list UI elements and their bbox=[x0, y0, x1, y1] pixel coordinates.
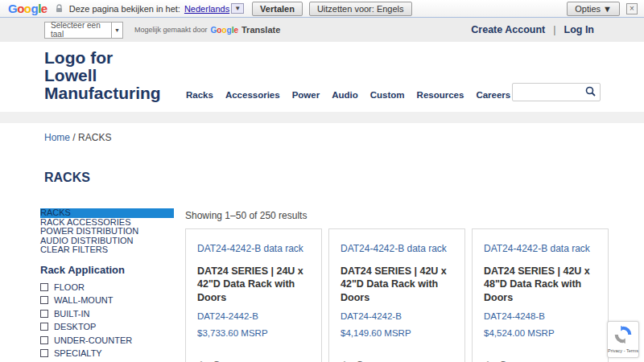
search-button[interactable] bbox=[580, 86, 600, 99]
product-link[interactable]: DAT24-4242-B data rack bbox=[341, 243, 453, 254]
powered-by-text: Mogelijk gemaakt door bbox=[134, 26, 208, 34]
sidebar-item-clear-filters[interactable]: CLEAR FILTERS bbox=[40, 245, 174, 255]
translate-prompt: Deze pagina bekijken in het: bbox=[69, 4, 180, 14]
translate-product-label: Translate bbox=[242, 25, 280, 35]
language-account-bar: Selecteer een taal ▼ Mogelijk gemaakt do… bbox=[0, 18, 644, 42]
search-input[interactable] bbox=[513, 84, 580, 101]
main-nav: Racks Accessories Power Audio Custom Res… bbox=[186, 90, 547, 100]
product-model-link[interactable]: DAT24-4242-B bbox=[341, 311, 453, 321]
account-divider: | bbox=[553, 24, 555, 35]
translate-button[interactable]: Vertalen bbox=[252, 2, 303, 16]
recaptcha-badge[interactable]: Privacy - Terms bbox=[607, 321, 639, 358]
log-in-link[interactable]: Log In bbox=[564, 24, 595, 35]
chevron-down-icon: ▼ bbox=[111, 23, 122, 38]
plus-icon: + bbox=[197, 357, 205, 362]
account-links: Create Account | Log In bbox=[471, 24, 594, 35]
powered-by: Mogelijk gemaakt door Google Translate bbox=[134, 25, 280, 35]
product-name: DAT24 SERIES | 24U x 42"D Data Rack with… bbox=[197, 265, 310, 304]
sidebar: RACKS RACK ACCESSORIES POWER DISTRIBUTIO… bbox=[40, 208, 174, 362]
filter-option-built-in[interactable]: BUILT-IN bbox=[40, 309, 174, 319]
product-card: DAT24-4242-B data rack DAT24 SERIES | 42… bbox=[328, 228, 465, 362]
language-dropdown-arrow[interactable]: ▼ bbox=[231, 3, 244, 14]
product-card: DAT24-4242-B data rack DAT24 SERIES | 42… bbox=[472, 228, 609, 362]
product-link[interactable]: DAT24-4242-B data rack bbox=[484, 243, 597, 254]
breadcrumb-current: RACKS bbox=[78, 132, 111, 143]
nav-item-custom[interactable]: Custom bbox=[370, 90, 405, 100]
sidebar-item-racks[interactable]: RACKS bbox=[40, 208, 174, 218]
filter-option-specialty[interactable]: SPECIALTY bbox=[40, 348, 174, 358]
product-name: DAT24 SERIES | 42U x 42"D Data Rack with… bbox=[341, 265, 453, 304]
filter-option-wall-mount[interactable]: WALL-MOUNT bbox=[40, 295, 174, 305]
options-button[interactable]: Opties ▼ bbox=[567, 2, 620, 16]
recaptcha-privacy-terms[interactable]: Privacy - Terms bbox=[608, 348, 638, 353]
compare-label: Compare bbox=[213, 359, 255, 362]
product-name: DAT24 SERIES | 42U x 48"D Data Rack with… bbox=[484, 265, 597, 304]
header-divider-band bbox=[0, 112, 644, 123]
search-icon bbox=[585, 86, 596, 99]
product-price: $4,149.60 MSRP bbox=[341, 328, 453, 338]
nav-item-accessories[interactable]: Accessories bbox=[225, 90, 280, 100]
breadcrumb: Home / RACKS bbox=[44, 132, 111, 143]
product-model-link[interactable]: DAT24-2442-B bbox=[197, 311, 310, 321]
checkbox-desktop[interactable] bbox=[40, 323, 48, 331]
compare-label: Compare bbox=[499, 359, 542, 362]
google-logo: Google bbox=[8, 2, 47, 15]
logo-line-3: Manufacturing bbox=[44, 84, 161, 102]
compare-button[interactable]: + Compare bbox=[341, 357, 453, 362]
search-box bbox=[512, 83, 601, 101]
close-icon[interactable]: × bbox=[626, 3, 638, 14]
nav-item-careers[interactable]: Careers bbox=[476, 90, 510, 100]
product-card: DAT24-4242-B data rack DAT24 SERIES | 24… bbox=[185, 228, 322, 362]
nav-item-power[interactable]: Power bbox=[292, 90, 320, 100]
breadcrumb-separator: / bbox=[72, 132, 75, 143]
filter-group-title: Rack Application bbox=[40, 264, 174, 276]
language-select[interactable]: Selecteer een taal ▼ bbox=[44, 22, 123, 39]
disable-translate-button[interactable]: Uitzetten voor: Engels bbox=[309, 2, 412, 16]
breadcrumb-home[interactable]: Home bbox=[44, 132, 70, 143]
product-price: $4,524.00 MSRP bbox=[484, 328, 597, 338]
product-grid: DAT24-4242-B data rack DAT24 SERIES | 24… bbox=[185, 228, 609, 362]
logo-line-1: Logo for bbox=[44, 49, 161, 67]
checkbox-wall-mount[interactable] bbox=[40, 296, 48, 304]
filter-option-under-counter[interactable]: UNDER-COUNTER bbox=[40, 335, 174, 345]
nav-item-audio[interactable]: Audio bbox=[332, 90, 358, 100]
plus-icon: + bbox=[484, 357, 492, 362]
checkbox-floor[interactable] bbox=[40, 283, 48, 291]
google-translate-bar: Google Deze pagina bekijken in het: Nede… bbox=[0, 0, 644, 18]
compare-button[interactable]: + Compare bbox=[197, 357, 310, 362]
product-link[interactable]: DAT24-4242-B data rack bbox=[197, 243, 310, 254]
checkbox-under-counter[interactable] bbox=[40, 336, 48, 344]
site-logo[interactable]: Logo for Lowell Manufacturing bbox=[44, 49, 161, 102]
site-header: Logo for Lowell Manufacturing Racks Acce… bbox=[0, 42, 644, 112]
product-model-link[interactable]: DAT24-4248-B bbox=[484, 311, 597, 321]
nav-item-racks[interactable]: Racks bbox=[186, 90, 213, 100]
recaptcha-icon bbox=[614, 326, 632, 347]
compare-label: Compare bbox=[356, 359, 398, 362]
filter-option-desktop[interactable]: DESKTOP bbox=[40, 322, 174, 331]
page-title: RACKS bbox=[44, 171, 90, 185]
filter-option-floor[interactable]: FLOOR bbox=[40, 282, 174, 292]
create-account-link[interactable]: Create Account bbox=[471, 24, 545, 35]
language-link[interactable]: Nederlands bbox=[184, 4, 229, 14]
checkbox-built-in[interactable] bbox=[40, 310, 48, 318]
compare-button[interactable]: + Compare bbox=[484, 357, 597, 362]
results-summary: Showing 1–50 of 250 results bbox=[185, 210, 307, 221]
plus-icon: + bbox=[341, 357, 349, 362]
lock-icon bbox=[56, 4, 63, 13]
language-select-label: Selecteer een taal bbox=[51, 21, 111, 39]
nav-item-resources[interactable]: Resources bbox=[417, 90, 464, 100]
logo-line-2: Lowell bbox=[44, 67, 161, 84]
google-logo-small: Google bbox=[211, 26, 238, 35]
checkbox-specialty[interactable] bbox=[40, 349, 48, 357]
product-price: $3,733.60 MSRP bbox=[197, 328, 310, 338]
